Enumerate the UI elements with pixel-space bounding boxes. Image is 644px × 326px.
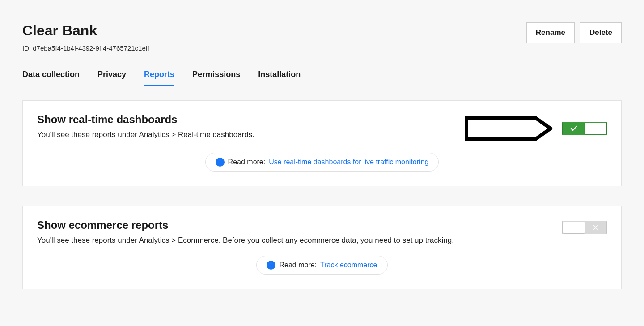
title-block: Clear Bank ID: d7eba5f4-1b4f-4392-9ff4-4… <box>22 22 149 52</box>
read-more-link[interactable]: Use real-time dashboards for live traffi… <box>269 158 428 166</box>
svg-rect-4 <box>271 265 271 268</box>
svg-rect-1 <box>220 162 220 165</box>
read-more-row: Read more: Use real-time dashboards for … <box>37 153 607 172</box>
card-description: You'll see these reports under Analytics… <box>37 130 254 139</box>
read-more-row: Read more: Track ecommerce <box>37 256 607 275</box>
read-more-prefix: Read more: <box>228 158 266 166</box>
card-description: You'll see these reports under Analytics… <box>37 236 454 245</box>
tabs: Data collection Privacy Reports Permissi… <box>22 70 622 86</box>
page-header: Clear Bank ID: d7eba5f4-1b4f-4392-9ff4-4… <box>22 22 622 52</box>
tab-reports[interactable]: Reports <box>144 70 174 86</box>
info-icon <box>267 261 275 270</box>
card-controls <box>464 113 607 142</box>
tab-permissions[interactable]: Permissions <box>192 70 240 86</box>
info-icon <box>216 158 225 167</box>
card-text: Show ecommerce reports You'll see these … <box>37 219 454 245</box>
toggle-ecommerce-reports[interactable] <box>562 221 607 234</box>
read-more-pill: Read more: Use real-time dashboards for … <box>205 153 439 172</box>
toggle-knob <box>563 222 585 233</box>
card-header: Show ecommerce reports You'll see these … <box>37 219 607 245</box>
check-icon <box>563 122 585 135</box>
arrow-annotation-icon <box>464 115 553 142</box>
site-id-label: ID: d7eba5f4-1b4f-4392-9ff4-4765721c1eff <box>22 44 149 52</box>
page-title: Clear Bank <box>22 22 149 39</box>
svg-point-2 <box>219 159 220 161</box>
card-controls <box>562 219 607 234</box>
tab-installation[interactable]: Installation <box>258 70 301 86</box>
close-icon <box>585 221 606 234</box>
card-title: Show ecommerce reports <box>37 219 454 232</box>
card-realtime-dashboards: Show real-time dashboards You'll see the… <box>22 100 622 186</box>
tab-data-collection[interactable]: Data collection <box>22 70 80 86</box>
card-title: Show real-time dashboards <box>37 113 254 126</box>
svg-point-5 <box>271 262 272 264</box>
card-text: Show real-time dashboards You'll see the… <box>37 113 254 139</box>
toggle-knob <box>585 123 606 134</box>
toggle-realtime-dashboards[interactable] <box>562 122 607 135</box>
card-ecommerce-reports: Show ecommerce reports You'll see these … <box>22 206 622 289</box>
read-more-pill: Read more: Track ecommerce <box>256 256 387 275</box>
read-more-prefix: Read more: <box>279 261 317 269</box>
read-more-link[interactable]: Track ecommerce <box>320 261 377 269</box>
tab-privacy[interactable]: Privacy <box>97 70 126 86</box>
card-header: Show real-time dashboards You'll see the… <box>37 113 607 142</box>
delete-button[interactable]: Delete <box>580 22 622 43</box>
header-actions: Rename Delete <box>526 22 622 43</box>
rename-button[interactable]: Rename <box>526 22 575 43</box>
